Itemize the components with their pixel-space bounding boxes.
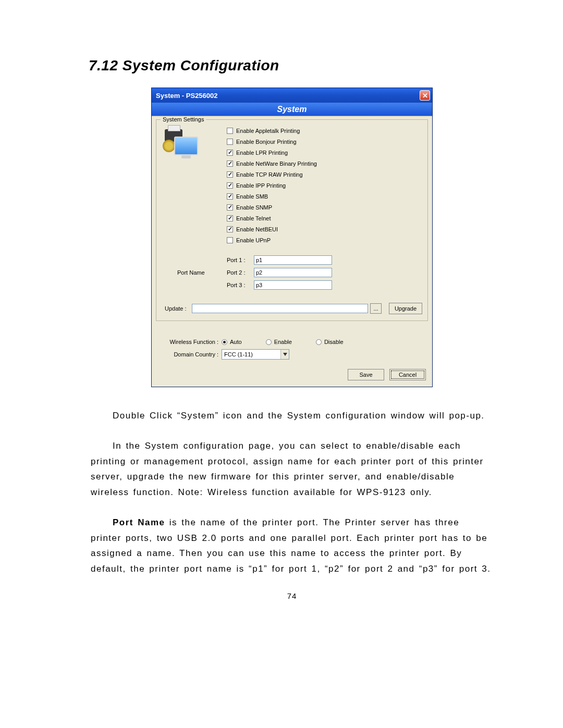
radio-label: Auto	[230, 339, 242, 345]
port3-label: Port 3 :	[227, 282, 254, 288]
checkbox-label: Enable SNMP	[236, 204, 272, 211]
checkbox-label: Enable NetBEUI	[236, 226, 278, 232]
document-body: Double Click “System” icon and the Syste…	[89, 408, 495, 577]
checkbox-label: Enable IPP Printing	[236, 182, 286, 189]
protocol-checkbox-list: Enable Appletalk Printing Enable Bonjour…	[227, 125, 422, 245]
upgrade-button[interactable]: Upgrade	[389, 303, 422, 314]
radio-disable[interactable]	[316, 339, 322, 345]
port2-label: Port 2 :	[227, 269, 254, 276]
port3-input[interactable]: p3	[254, 280, 332, 290]
system-settings-fieldset: System Settings Enable Appletalk Printin…	[156, 119, 428, 321]
paragraph: In the System configuration page, you ca…	[91, 438, 493, 500]
system-config-window: System - PS256002 ✕ System System Settin…	[151, 88, 433, 387]
save-button[interactable]: Save	[348, 369, 384, 380]
port1-label: Port 1 :	[227, 257, 254, 263]
browse-button[interactable]: ...	[370, 303, 382, 314]
radio-auto[interactable]	[222, 339, 227, 345]
checkbox-label: Enable UPnP	[236, 237, 271, 243]
port-name-label: Port Name	[162, 269, 227, 276]
update-label: Update :	[162, 305, 192, 312]
panel-banner: System	[152, 103, 432, 116]
checkbox-label: Enable Telnet	[236, 215, 271, 221]
section-heading: 7.12 System Configuration	[89, 57, 495, 74]
port-name-term: Port Name	[113, 517, 165, 527]
checkbox-label: Enable Bonjour Printing	[236, 139, 297, 145]
port1-input[interactable]: p1	[254, 255, 332, 265]
checkbox-smb[interactable]	[227, 193, 233, 200]
checkbox-snmp[interactable]	[227, 204, 233, 211]
checkbox-label: Enable SMB	[236, 193, 268, 200]
chevron-down-icon	[280, 350, 289, 359]
checkbox-upnp[interactable]	[227, 237, 233, 243]
wireless-function-label: Wireless Function :	[156, 339, 222, 345]
radio-label: Enable	[274, 339, 292, 345]
update-path-input[interactable]	[192, 304, 368, 313]
cancel-button[interactable]: Cancel	[389, 369, 426, 380]
checkbox-bonjour[interactable]	[227, 139, 233, 145]
close-icon[interactable]: ✕	[420, 90, 430, 101]
checkbox-label: Enable NetWare Binary Printing	[236, 161, 317, 167]
fieldset-legend: System Settings	[161, 116, 206, 122]
domain-country-label: Domain Country :	[156, 351, 222, 357]
page-number: 74	[89, 591, 495, 600]
window-title: System - PS256002	[156, 92, 218, 100]
domain-country-dropdown[interactable]: FCC (1-11)	[222, 349, 289, 360]
checkbox-appletalk[interactable]	[227, 128, 233, 134]
dropdown-value: FCC (1-11)	[224, 351, 253, 357]
checkbox-label: Enable Appletalk Printing	[236, 128, 300, 134]
checkbox-label: Enable TCP RAW Printing	[236, 171, 303, 178]
paragraph: Double Click “System” icon and the Syste…	[91, 408, 493, 424]
checkbox-label: Enable LPR Printing	[236, 150, 288, 156]
checkbox-lpr[interactable]	[227, 150, 233, 156]
checkbox-netware[interactable]	[227, 161, 233, 167]
checkbox-tcpraw[interactable]	[227, 171, 233, 178]
paragraph: Port Name is the name of the printer por…	[91, 515, 493, 577]
device-icon	[164, 127, 200, 158]
radio-label: Disable	[324, 339, 344, 345]
checkbox-telnet[interactable]	[227, 215, 233, 221]
titlebar: System - PS256002 ✕	[152, 88, 432, 103]
checkbox-netbeui[interactable]	[227, 226, 233, 232]
port2-input[interactable]: p2	[254, 268, 332, 277]
checkbox-ipp[interactable]	[227, 182, 233, 189]
radio-enable[interactable]	[266, 339, 272, 345]
